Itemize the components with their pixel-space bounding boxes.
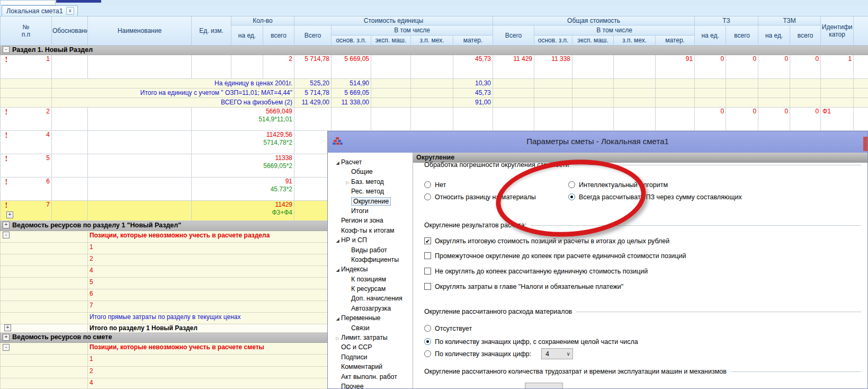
cell-tvs[interactable]	[726, 89, 758, 98]
cell-stm[interactable]	[453, 108, 493, 131]
tree-item-подписи[interactable]: Подписи	[328, 352, 413, 362]
tree-item-виды-работ[interactable]: Виды работ	[328, 245, 413, 255]
col-header-ob-exp-mash[interactable]: эксп. маш.	[572, 36, 614, 46]
tree-item-регион-и-зона[interactable]: Регион и зона	[328, 216, 413, 225]
summary-label[interactable]: Итого на единицу с учетом " ОЗП=11,01; М…	[52, 89, 294, 98]
list-collapse-icon[interactable]: -	[3, 344, 10, 351]
radio-icon[interactable]	[424, 181, 431, 188]
cell-stv[interactable]	[294, 108, 332, 131]
cell-obosnovanie[interactable]	[52, 131, 88, 154]
cell-kolvo-value[interactable]: 11429,565714,78*2	[192, 131, 294, 154]
radio-material-rounding-0[interactable]: Отсутствует	[424, 324, 472, 333]
cell-idn[interactable]	[821, 89, 854, 98]
cell-tna[interactable]: 0	[695, 55, 726, 79]
cell-naimenovanie[interactable]	[88, 55, 192, 79]
tree-expanded-icon[interactable]: ◢	[334, 158, 341, 168]
cell-sto[interactable]: 514,90	[332, 79, 371, 89]
cell-obe[interactable]	[572, 55, 614, 79]
cell-ste[interactable]	[371, 55, 411, 79]
cell-ste[interactable]	[371, 108, 411, 131]
cell-gutter[interactable]	[1, 266, 88, 278]
cell-ste[interactable]	[371, 89, 411, 98]
col-header-obshaya-stoimost[interactable]: Общая стоимость	[493, 16, 695, 25]
cell-obv[interactable]	[493, 98, 534, 108]
tree-item-баз-метод[interactable]: ▷Баз. метод	[328, 177, 413, 187]
col-header-tzm[interactable]: ТЗМ	[758, 16, 821, 25]
cell-obv[interactable]	[493, 89, 534, 98]
radio-error-handling-1[interactable]: Интеллектуальный алгоритм	[568, 180, 668, 189]
cell-obo[interactable]	[534, 98, 572, 108]
radio-icon[interactable]	[568, 181, 575, 188]
cell-obe[interactable]	[572, 98, 614, 108]
radio-icon[interactable]	[424, 350, 431, 357]
tree-item-акт-выполн-работ[interactable]: Акт выполн. работ	[328, 372, 413, 382]
section-expander-icon[interactable]: +	[3, 334, 10, 341]
tree-item-итоги[interactable]: Итоги	[328, 206, 413, 216]
cell-obz[interactable]	[614, 79, 656, 89]
tree-collapsed-icon[interactable]: ▷	[344, 178, 351, 188]
tab-local-estimate[interactable]: Локальная смета1 x	[2, 5, 78, 16]
cell-stm[interactable]: 91,00	[453, 98, 493, 108]
dialog-close-button[interactable]	[863, 137, 867, 151]
col-header-st-mater[interactable]: матер.	[453, 36, 493, 46]
cell-sto[interactable]: 5 669,05	[332, 55, 371, 79]
cell-stm[interactable]: 10,30	[453, 79, 493, 89]
cell-stm[interactable]: 45,73	[453, 89, 493, 98]
section-expander-icon[interactable]: -	[3, 46, 10, 53]
col-header-st-exp-mash[interactable]: эксп. маш.	[371, 36, 411, 46]
cell-obo[interactable]	[534, 79, 572, 89]
cell-stv[interactable]	[294, 178, 332, 201]
list-expand-icon[interactable]: +	[4, 324, 11, 331]
col-header-ob-mater[interactable]: матер.	[656, 36, 695, 46]
checkbox-rounding-0[interactable]: ✔Округлять итоговую стоимость позиций и …	[424, 236, 669, 245]
cell-ext[interactable]	[854, 55, 868, 79]
cell-mvs[interactable]	[790, 79, 821, 89]
tree-expanded-icon[interactable]: ◢	[334, 314, 341, 324]
cell-mvs[interactable]	[790, 89, 821, 98]
col-header-tzm-na-ed[interactable]: на ед.	[758, 25, 790, 46]
cell-stz[interactable]	[411, 55, 453, 79]
cell-gutter[interactable]	[1, 378, 88, 389]
checkbox-checked-icon[interactable]: ✔	[424, 237, 431, 244]
col-header-tz-na-ed[interactable]: на ед.	[695, 25, 726, 46]
cell-obm[interactable]	[656, 89, 695, 98]
row-number-cell[interactable]: !6	[1, 178, 52, 201]
cell-tna[interactable]: 0	[695, 108, 726, 131]
tree-item-переменные[interactable]: ◢Переменные	[328, 313, 413, 323]
cell-ext[interactable]	[854, 98, 868, 108]
cell-obz[interactable]	[614, 108, 656, 131]
col-header-tz[interactable]: ТЗ	[695, 16, 758, 25]
tree-item-к-позициям[interactable]: К позициям	[328, 275, 413, 284]
col-header-na-ed[interactable]: на ед.	[231, 25, 263, 46]
cell-kolvo-na-ed[interactable]	[231, 55, 263, 79]
cell-stv[interactable]	[294, 201, 332, 221]
row-number-cell[interactable]: !5	[1, 154, 52, 178]
col-header-ed-izm[interactable]: Ед. изм.	[192, 16, 231, 46]
radio-material-rounding-1[interactable]: По количеству значащих цифр, с сохранени…	[424, 337, 638, 346]
col-header-num[interactable]: № п.п	[1, 16, 52, 46]
cell-stz[interactable]	[411, 89, 453, 98]
cell-stv[interactable]: 5 714,78	[294, 55, 332, 79]
cell-kolvo-value[interactable]: 113385669,05*2	[192, 154, 294, 178]
cell-stm[interactable]: 45,73	[453, 55, 493, 79]
checkbox-icon[interactable]	[424, 283, 431, 290]
col-header-tzm-vsego[interactable]: всего	[790, 25, 821, 46]
checkbox-icon[interactable]	[424, 252, 431, 259]
radio-error-handling-2[interactable]: Относить разницу на материалы	[424, 192, 536, 201]
tree-item-комментарий[interactable]: Комментарий	[328, 362, 413, 372]
tree-item-лимит-затраты[interactable]: ▷Лимит. затраты	[328, 333, 413, 342]
cell-ext[interactable]	[854, 89, 868, 98]
cell-gutter[interactable]	[1, 243, 88, 254]
row-number-cell[interactable]: !1	[1, 55, 52, 79]
cell-obm[interactable]	[656, 79, 695, 89]
cell-stz[interactable]	[411, 79, 453, 89]
cell-gutter[interactable]	[1, 313, 88, 324]
col-header-ob-v-tom-chisle[interactable]: В том числе	[534, 25, 695, 36]
tab-close-icon[interactable]: x	[66, 7, 74, 15]
cell-naimenovanie[interactable]	[88, 154, 192, 178]
cell-ext[interactable]	[854, 108, 868, 131]
tree-item-округление[interactable]: Округление	[328, 197, 413, 206]
cell-idn[interactable]: Ф1	[821, 108, 854, 131]
cell-tvs[interactable]	[726, 98, 758, 108]
col-header-st-osn-zp[interactable]: основ. з.п.	[332, 36, 371, 46]
